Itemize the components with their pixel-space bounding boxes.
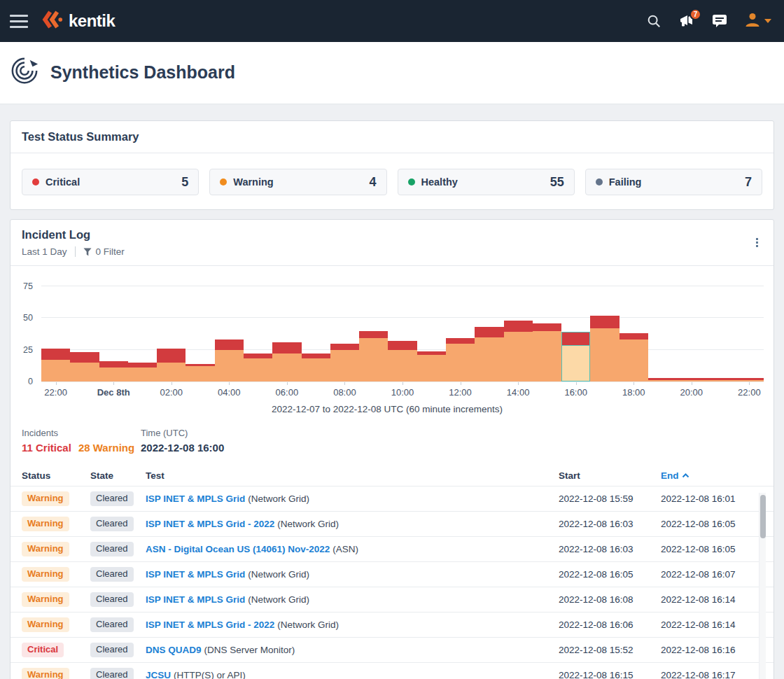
chart-bar[interactable] xyxy=(186,280,214,382)
incidents-label: Incidents xyxy=(22,428,141,438)
end-time: 2022-12-08 16:16 xyxy=(661,645,754,655)
sort-ascending-icon xyxy=(682,473,690,478)
status-badge: Critical xyxy=(22,643,64,657)
chart-bar[interactable] xyxy=(735,280,764,382)
card-options-kebab-icon[interactable] xyxy=(756,238,758,247)
scrollbar-thumb[interactable] xyxy=(760,495,766,538)
status-tile-critical[interactable]: Critical 5 xyxy=(22,169,199,195)
synthetics-logo-icon xyxy=(10,56,39,88)
chart-bar[interactable] xyxy=(70,280,99,382)
chart-bar[interactable] xyxy=(41,280,70,382)
table-row[interactable]: WarningClearedJCSU(HTTP(S) or API)2022-1… xyxy=(10,662,774,679)
status-tile-warning[interactable]: Warning 4 xyxy=(209,169,386,195)
table-row[interactable]: WarningClearedISP INET & MPLS Grid - 202… xyxy=(10,511,774,536)
divider xyxy=(75,246,76,257)
selection-info: Incidents 11 Critical 28 Warning Time (U… xyxy=(22,428,762,454)
notification-badge: 7 xyxy=(690,8,701,20)
chart-bar-selected[interactable] xyxy=(561,280,590,382)
chart-bar[interactable] xyxy=(215,280,244,382)
chart-bar[interactable] xyxy=(359,280,388,382)
table-row[interactable]: WarningClearedASN - Digital Ocean US (14… xyxy=(10,536,774,561)
test-link[interactable]: ISP INET & MPLS Grid xyxy=(146,594,245,605)
table-row[interactable]: WarningClearedISP INET & MPLS Grid(Netwo… xyxy=(10,587,774,612)
x-axis-tick-label: 10:00 xyxy=(391,387,414,398)
chart-bar[interactable] xyxy=(302,280,330,382)
critical-count: 11 Critical xyxy=(22,442,71,454)
status-tile-healthy[interactable]: Healthy 55 xyxy=(398,169,575,195)
incident-table: Status State Test Start End WarningClear… xyxy=(10,465,774,679)
state-badge: Cleared xyxy=(90,617,134,632)
test-link[interactable]: ASN - Digital Ocean US (14061) Nov-2022 xyxy=(146,544,330,554)
chart-bar[interactable] xyxy=(533,280,561,382)
status-tile-failing[interactable]: Failing 7 xyxy=(585,169,762,195)
table-scrollbar[interactable] xyxy=(759,493,766,679)
chat-icon[interactable] xyxy=(712,14,727,28)
table-row[interactable]: WarningClearedISP INET & MPLS Grid(Netwo… xyxy=(10,561,774,587)
kentik-logo[interactable]: kentik xyxy=(42,8,115,34)
x-axis-tick-label: 18:00 xyxy=(622,387,645,398)
status-badge: Warning xyxy=(22,668,69,679)
column-header-status[interactable]: Status xyxy=(22,470,90,481)
chart-bar[interactable] xyxy=(244,280,272,382)
column-header-start[interactable]: Start xyxy=(559,470,661,481)
time-range-selector[interactable]: Last 1 Day xyxy=(22,246,67,257)
end-time: 2022-12-08 16:05 xyxy=(661,544,754,554)
notifications-megaphone-icon[interactable]: 7 xyxy=(678,13,695,29)
chart-bar[interactable] xyxy=(99,280,128,382)
test-link[interactable]: ISP INET & MPLS Grid - 2022 xyxy=(146,519,274,529)
test-link[interactable]: JCSU xyxy=(146,670,171,679)
chart-bar[interactable] xyxy=(677,280,706,382)
user-menu[interactable] xyxy=(744,11,771,31)
test-link[interactable]: ISP INET & MPLS Grid xyxy=(146,569,245,580)
test-link[interactable]: ISP INET & MPLS Grid - 2022 xyxy=(146,620,274,630)
column-header-end[interactable]: End xyxy=(661,470,754,481)
test-type: (HTTP(S) or API) xyxy=(174,670,246,679)
chart-bar[interactable] xyxy=(648,280,677,382)
chart-bar[interactable] xyxy=(446,280,475,382)
test-link[interactable]: DNS QUAD9 xyxy=(146,645,202,655)
hamburger-menu-icon[interactable] xyxy=(10,15,28,28)
status-badge: Warning xyxy=(22,542,69,556)
chart-bar[interactable] xyxy=(272,280,301,382)
test-type: (Network Grid) xyxy=(248,493,309,504)
test-type: (Network Grid) xyxy=(248,594,309,605)
tile-label: Healthy xyxy=(421,176,458,188)
status-badge: Warning xyxy=(22,491,69,506)
table-row[interactable]: WarningClearedISP INET & MPLS Grid - 202… xyxy=(10,612,774,637)
page-title: Synthetics Dashboard xyxy=(50,62,235,83)
chart-bar[interactable] xyxy=(417,280,446,382)
tile-label: Warning xyxy=(233,176,273,188)
test-status-summary-card: Test Status Summary Critical 5 Warning 4… xyxy=(10,120,774,210)
chart-bar[interactable] xyxy=(330,280,359,382)
column-header-state[interactable]: State xyxy=(90,470,146,481)
chart-bars xyxy=(41,280,764,382)
filter-control[interactable]: 0 Filter xyxy=(83,246,125,257)
table-row[interactable]: WarningClearedISP INET & MPLS Grid(Netwo… xyxy=(10,486,774,511)
tile-value: 7 xyxy=(745,175,752,190)
status-badge: Warning xyxy=(22,617,69,632)
chart-bar[interactable] xyxy=(706,280,734,382)
user-avatar-icon xyxy=(744,11,761,31)
chart-bar[interactable] xyxy=(157,280,186,382)
chart-plot: 0255075 xyxy=(41,280,764,382)
chart-bar[interactable] xyxy=(128,280,157,382)
state-badge: Cleared xyxy=(90,643,134,657)
chart-bar[interactable] xyxy=(504,280,533,382)
chart-bar[interactable] xyxy=(620,280,648,382)
x-axis-tick-label: 06:00 xyxy=(276,387,299,398)
test-type: (ASN) xyxy=(332,544,358,554)
column-header-test[interactable]: Test xyxy=(146,470,559,481)
chart-bar[interactable] xyxy=(590,280,619,382)
test-link[interactable]: ISP INET & MPLS Grid xyxy=(146,493,245,504)
end-time: 2022-12-08 16:01 xyxy=(661,493,754,504)
start-time: 2022-12-08 16:03 xyxy=(559,519,661,529)
chart-bar[interactable] xyxy=(475,280,503,382)
search-icon[interactable] xyxy=(646,13,662,29)
x-axis-tick-label: 22:00 xyxy=(44,387,67,398)
test-type: (DNS Server Monitor) xyxy=(204,645,295,655)
table-row[interactable]: CriticalClearedDNS QUAD9(DNS Server Moni… xyxy=(10,637,774,662)
critical-dot-icon xyxy=(32,178,39,186)
healthy-dot-icon xyxy=(408,178,415,186)
chart-bar[interactable] xyxy=(388,280,416,382)
end-time: 2022-12-08 16:14 xyxy=(661,594,754,605)
